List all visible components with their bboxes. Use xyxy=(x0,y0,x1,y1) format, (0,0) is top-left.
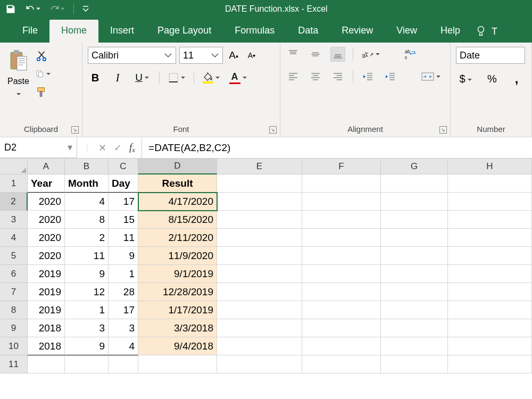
cell[interactable]: 4 xyxy=(65,193,109,211)
clipboard-dialog-launcher-icon[interactable] xyxy=(71,126,79,134)
cell[interactable]: 9/4/2018 xyxy=(138,337,217,355)
cell[interactable] xyxy=(28,355,65,373)
decrease-indent-icon[interactable] xyxy=(361,69,376,84)
cell[interactable]: 28 xyxy=(109,283,138,301)
cancel-formula-icon[interactable]: ✕ xyxy=(98,142,106,154)
cell[interactable] xyxy=(217,355,302,373)
cell[interactable] xyxy=(381,355,448,373)
formula-input[interactable] xyxy=(142,137,532,158)
cell[interactable] xyxy=(381,174,448,193)
cell[interactable] xyxy=(217,247,302,265)
cell[interactable] xyxy=(302,283,381,301)
cell[interactable]: 2020 xyxy=(28,229,65,247)
font-color-button[interactable]: A xyxy=(228,70,247,85)
column-header[interactable]: F xyxy=(302,159,381,174)
cell[interactable] xyxy=(217,319,302,337)
column-header[interactable]: A xyxy=(28,159,65,174)
cell[interactable]: 8/15/2020 xyxy=(138,211,217,229)
cell[interactable] xyxy=(302,265,381,283)
align-right-icon[interactable] xyxy=(330,69,345,84)
cell[interactable] xyxy=(138,355,217,373)
cell[interactable]: 9 xyxy=(109,247,138,265)
cell[interactable]: 4 xyxy=(109,337,138,355)
cell[interactable]: 2018 xyxy=(28,337,65,355)
cell[interactable] xyxy=(381,283,448,301)
tab-page-layout[interactable]: Page Layout xyxy=(146,20,223,43)
wrap-text-icon[interactable]: abc xyxy=(403,47,418,62)
row-header[interactable]: 3 xyxy=(0,211,28,229)
cell[interactable] xyxy=(302,211,381,229)
cell[interactable] xyxy=(448,211,532,229)
cell[interactable] xyxy=(381,337,448,355)
cell[interactable]: 17 xyxy=(109,301,138,319)
cell[interactable]: 2018 xyxy=(28,319,65,337)
cell[interactable] xyxy=(302,319,381,337)
cell[interactable]: 11/9/2020 xyxy=(138,247,217,265)
cell[interactable] xyxy=(448,301,532,319)
cell[interactable] xyxy=(217,229,302,247)
cell[interactable]: Month xyxy=(65,174,109,193)
paste-button[interactable]: Paste xyxy=(5,47,31,101)
borders-button[interactable] xyxy=(167,70,186,85)
cell[interactable] xyxy=(381,301,448,319)
tab-home[interactable]: Home xyxy=(49,20,98,43)
cell[interactable]: 3 xyxy=(109,319,138,337)
cell[interactable]: 9/1/2019 xyxy=(138,265,217,283)
cell[interactable]: 2/11/2020 xyxy=(138,229,217,247)
align-left-icon[interactable] xyxy=(286,69,301,84)
number-format-combo[interactable]: Date xyxy=(456,47,525,64)
column-header[interactable]: H xyxy=(448,159,532,174)
cell[interactable]: Year xyxy=(28,174,65,193)
row-header[interactable]: 8 xyxy=(0,301,28,319)
decrease-font-icon[interactable]: A▾ xyxy=(244,48,259,63)
cell[interactable] xyxy=(217,283,302,301)
undo-icon[interactable] xyxy=(24,4,40,14)
row-header[interactable]: 5 xyxy=(0,247,28,265)
cell[interactable]: 1/17/2019 xyxy=(138,301,217,319)
redo-icon[interactable] xyxy=(49,4,65,14)
row-header[interactable]: 1 xyxy=(0,174,28,193)
align-bottom-icon[interactable] xyxy=(330,47,345,62)
cell[interactable] xyxy=(65,355,109,373)
format-painter-icon[interactable] xyxy=(36,86,51,98)
cell[interactable]: 11 xyxy=(65,247,109,265)
cell[interactable] xyxy=(302,337,381,355)
cell[interactable] xyxy=(302,174,381,193)
cut-icon[interactable] xyxy=(36,50,51,62)
tab-data[interactable]: Data xyxy=(286,20,330,43)
fx-icon[interactable]: fx xyxy=(129,142,135,154)
font-name-combo[interactable]: Calibri xyxy=(88,47,176,64)
cell[interactable]: 4/17/2020 xyxy=(138,193,217,211)
cell[interactable] xyxy=(217,301,302,319)
cell[interactable] xyxy=(217,265,302,283)
font-dialog-launcher-icon[interactable] xyxy=(269,126,277,134)
tab-help[interactable]: Help xyxy=(429,20,472,43)
cell[interactable]: 9 xyxy=(65,337,109,355)
row-header[interactable]: 9 xyxy=(0,319,28,337)
select-all-corner[interactable] xyxy=(0,159,28,174)
cell[interactable] xyxy=(448,174,532,193)
cell[interactable]: 2020 xyxy=(28,247,65,265)
column-header[interactable]: G xyxy=(381,159,448,174)
tab-formulas[interactable]: Formulas xyxy=(223,20,286,43)
tab-review[interactable]: Review xyxy=(330,20,385,43)
cell[interactable] xyxy=(448,247,532,265)
enter-formula-icon[interactable]: ✓ xyxy=(114,142,122,154)
cell[interactable] xyxy=(448,265,532,283)
cell[interactable]: 3 xyxy=(65,319,109,337)
font-size-combo[interactable]: 11 xyxy=(179,47,223,64)
cell[interactable] xyxy=(302,229,381,247)
column-header[interactable]: C xyxy=(109,159,138,174)
cell[interactable]: 3/3/2018 xyxy=(138,319,217,337)
comma-format-icon[interactable]: , xyxy=(509,71,524,86)
cell[interactable] xyxy=(302,247,381,265)
row-header[interactable]: 11 xyxy=(0,355,28,373)
cell[interactable]: 11 xyxy=(109,229,138,247)
cell[interactable] xyxy=(448,283,532,301)
cell[interactable] xyxy=(302,301,381,319)
tell-me-icon[interactable]: T xyxy=(472,20,501,43)
cell[interactable]: 2019 xyxy=(28,301,65,319)
save-icon[interactable] xyxy=(5,4,16,14)
cell[interactable] xyxy=(448,193,532,211)
orientation-icon[interactable]: ab↗ xyxy=(361,47,380,62)
